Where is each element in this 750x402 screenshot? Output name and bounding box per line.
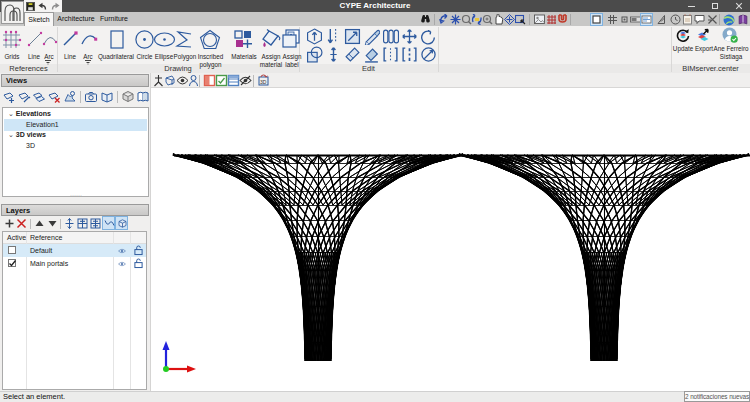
svg-text:3D: 3D bbox=[260, 79, 267, 85]
